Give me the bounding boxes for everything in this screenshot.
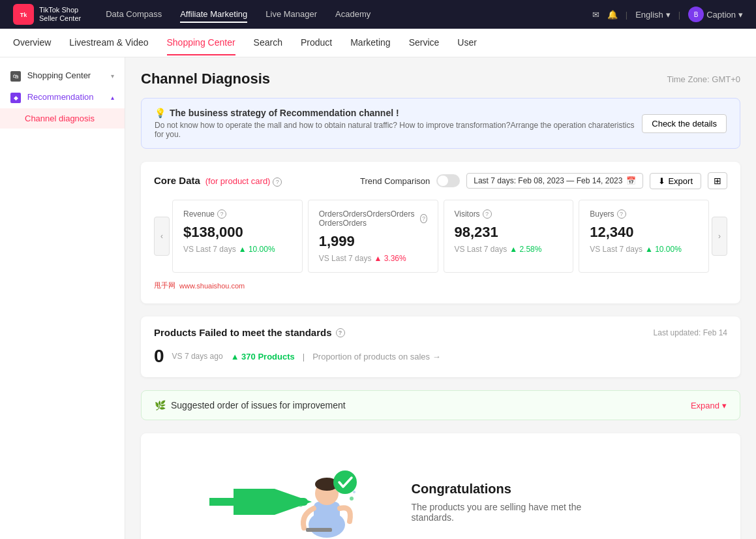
core-data-controls: Trend Comparison Last 7 days: Feb 08, 20… (360, 172, 727, 189)
content-area: Channel Diagnosis Time Zone: GMT+0 💡 The… (125, 57, 756, 539)
orders-trend-icon: ▲ 3.36% (374, 254, 406, 263)
nav-overview[interactable]: Overview (13, 31, 51, 55)
nav-search[interactable]: Search (254, 31, 282, 55)
sidebar-item-channel-diagnosis[interactable]: Channel diagnosis (0, 108, 125, 129)
congratulations-title: Congratulations (412, 482, 620, 497)
main-layout: 🛍 Shopping Center ▾ ◆ Recommendation ▴ C… (0, 57, 756, 539)
divider-1: | (626, 10, 627, 20)
bell-icon[interactable]: 🔔 (607, 10, 618, 20)
core-data-title: Core Data (154, 175, 200, 186)
svg-text:Tk: Tk (20, 12, 27, 18)
carousel-prev-button[interactable]: ‹ (154, 217, 170, 256)
metric-orders-label: OrdersOrdersOrdersOrders OrdersOrders ? (319, 209, 427, 228)
metric-card-orders: OrdersOrdersOrdersOrders OrdersOrders ? … (308, 200, 438, 273)
revenue-trend-icon: ▲ 10.00% (239, 245, 275, 254)
top-nav-links: Data Compass Affiliate Marketing Live Ma… (106, 9, 574, 20)
calendar-icon: 📅 (626, 176, 636, 185)
recommendation-icon: ◆ (10, 93, 21, 103)
nav-live-manager[interactable]: Live Manager (265, 9, 317, 20)
language-selector[interactable]: English ▾ (635, 10, 671, 20)
metric-buyers-compare: VS Last 7 days ▲ 10.00% (590, 245, 698, 254)
sidebar-group-shopping-center-label: Shopping Center (27, 70, 91, 80)
more-options-button[interactable]: ⊞ (708, 172, 727, 189)
products-failed-header: Products Failed to meet the standards ? … (154, 327, 727, 338)
watermark-url-text: www.shuaishou.com (179, 282, 245, 290)
info-banner: 💡 The business strategy of Recommendatio… (141, 98, 740, 149)
metric-revenue-compare: VS Last 7 days ▲ 10.00% (183, 245, 292, 254)
expand-button[interactable]: Expand ▾ (691, 401, 727, 410)
sidebar-shopping-center-chevron-icon: ▾ (111, 72, 114, 80)
metric-card-buyers: Buyers ? 12,340 VS Last 7 days ▲ 10.00% (579, 200, 709, 273)
date-range-text: Last 7 days: Feb 08, 2023 — Feb 14, 2023 (474, 176, 622, 185)
language-chevron-icon: ▾ (666, 10, 671, 20)
info-banner-left: 💡 The business strategy of Recommendatio… (155, 108, 642, 139)
core-data-subtitle: (for product card) (205, 176, 271, 186)
username-label: Caption (706, 10, 736, 20)
sidebar-group-shopping-center[interactable]: 🛍 Shopping Center ▾ (0, 65, 125, 87)
date-range-picker[interactable]: Last 7 days: Feb 08, 2023 — Feb 14, 2023… (466, 173, 643, 189)
metric-cards-wrapper: ‹ Revenue ? $138,000 VS Last 7 days ▲ 10… (154, 200, 727, 273)
nav-data-compass[interactable]: Data Compass (106, 9, 162, 20)
products-failed-count: 0 (154, 346, 164, 367)
core-data-section: Core Data (for product card) ? Trend Com… (141, 162, 740, 303)
nav-marketing[interactable]: Marketing (350, 31, 390, 55)
products-failed-section: Products Failed to meet the standards ? … (141, 316, 740, 377)
nav-product[interactable]: Product (301, 31, 332, 55)
metric-visitors-compare: VS Last 7 days ▲ 2.58% (455, 245, 563, 254)
trend-comparison-label: Trend Comparison (360, 176, 430, 186)
svg-point-11 (353, 491, 355, 493)
suggested-title: 🌿 Suggested order of issues for improvem… (155, 400, 346, 410)
metric-cards: Revenue ? $138,000 VS Last 7 days ▲ 10.0… (170, 200, 712, 273)
nav-user[interactable]: User (457, 31, 477, 55)
top-navigation: Tk TikTok Shop Seller Center Data Compas… (0, 0, 756, 29)
page-header: Channel Diagnosis Time Zone: GMT+0 (141, 70, 740, 87)
nav-affiliate-marketing[interactable]: Affiliate Marketing (180, 9, 247, 20)
sidebar-group-recommendation-label: Recommendation (27, 92, 94, 102)
logo-icon: Tk (13, 4, 34, 25)
congratulations-description: The products you are selling have met th… (412, 502, 620, 523)
metric-visitors-value: 98,231 (455, 224, 563, 241)
metric-card-visitors: Visitors ? 98,231 VS Last 7 days ▲ 2.58% (444, 200, 574, 273)
export-button[interactable]: ⬇ Export (650, 173, 701, 189)
user-avatar: B (688, 7, 704, 22)
check-details-button[interactable]: Check the details (642, 114, 727, 133)
nav-livestream-video[interactable]: Livestream & Video (69, 31, 148, 55)
trend-toggle[interactable] (436, 174, 460, 187)
sidebar-recommendation-chevron-icon: ▴ (111, 94, 114, 101)
metric-orders-compare: VS Last 7 days ▲ 3.36% (319, 254, 427, 263)
expand-chevron-icon: ▾ (722, 401, 727, 410)
watermark-row: 甩手网 www.shuaishou.com (154, 278, 727, 293)
visitors-help-icon[interactable]: ? (483, 209, 492, 219)
message-icon[interactable]: ✉ (592, 10, 599, 20)
congrats-illustration (262, 453, 392, 539)
proportion-link[interactable]: Proportion of products on sales → (312, 352, 441, 362)
metric-buyers-label: Buyers ? (590, 209, 698, 219)
green-arrow-icon (209, 489, 314, 515)
metric-orders-value: 1,999 (319, 233, 427, 250)
info-banner-title: 💡 The business strategy of Recommendatio… (155, 108, 642, 118)
svg-rect-8 (306, 528, 332, 532)
suggested-icon: 🌿 (155, 400, 166, 410)
metric-card-revenue: Revenue ? $138,000 VS Last 7 days ▲ 10.0… (172, 200, 303, 273)
top-nav-right: ✉ 🔔 | English ▾ | B Caption ▾ (592, 7, 743, 22)
sidebar-group-recommendation[interactable]: ◆ Recommendation ▴ (0, 87, 125, 108)
nav-service[interactable]: Service (409, 31, 440, 55)
buyers-help-icon[interactable]: ? (617, 209, 626, 219)
carousel-next-button[interactable]: › (712, 217, 727, 256)
nav-shopping-center[interactable]: Shopping Center (167, 31, 235, 55)
user-menu[interactable]: B Caption ▾ (688, 7, 743, 22)
suggested-section: 🌿 Suggested order of issues for improvem… (141, 390, 740, 420)
core-data-help-icon[interactable]: ? (273, 177, 282, 187)
products-failed-help-icon[interactable]: ? (336, 328, 345, 337)
nav-academy[interactable]: Academy (335, 9, 370, 20)
svg-point-10 (350, 497, 354, 501)
orders-help-icon[interactable]: ? (420, 214, 427, 223)
logo[interactable]: Tk TikTok Shop Seller Center (13, 4, 81, 25)
user-chevron-icon: ▾ (738, 10, 743, 20)
revenue-help-icon[interactable]: ? (217, 209, 226, 219)
core-data-header: Core Data (for product card) ? Trend Com… (154, 172, 727, 189)
secondary-navigation: Overview Livestream & Video Shopping Cen… (0, 29, 756, 57)
sidebar: 🛍 Shopping Center ▾ ◆ Recommendation ▴ C… (0, 57, 125, 539)
export-icon: ⬇ (658, 176, 665, 186)
metric-visitors-label: Visitors ? (455, 209, 563, 219)
